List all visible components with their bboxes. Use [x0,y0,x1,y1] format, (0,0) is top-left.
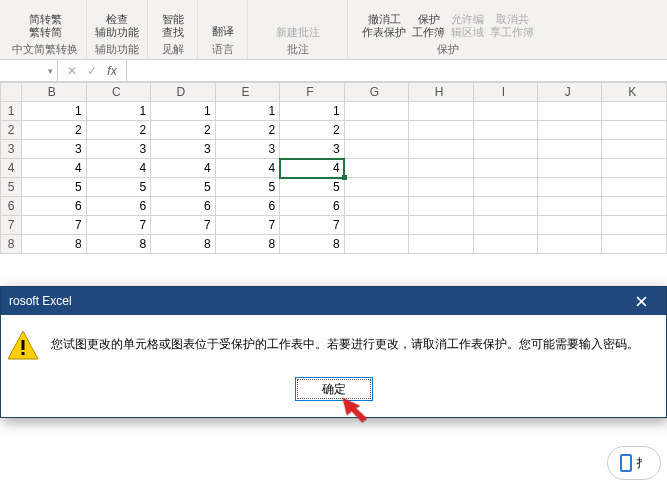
row-header[interactable]: 8 [1,235,22,254]
cell[interactable]: 6 [151,197,216,216]
ribbon-btn-check-accessibility[interactable]: 检查 辅助功能 [95,13,139,38]
cell[interactable]: 8 [215,235,280,254]
dialog-close-button[interactable] [624,290,658,312]
cell[interactable] [409,121,474,140]
cell[interactable]: 7 [151,216,216,235]
cell[interactable] [538,178,602,197]
cell[interactable] [344,216,409,235]
select-all-corner[interactable] [1,83,22,102]
cell[interactable]: 1 [22,102,87,121]
cell[interactable] [344,235,409,254]
cell[interactable] [602,102,667,121]
cell[interactable] [538,235,602,254]
cell[interactable]: 5 [280,178,344,197]
column-header[interactable]: H [409,83,474,102]
cell[interactable]: 1 [280,102,344,121]
cell[interactable]: 2 [86,121,151,140]
cell[interactable]: 1 [151,102,216,121]
cell[interactable]: 5 [86,178,151,197]
cell[interactable] [344,140,409,159]
column-header[interactable]: J [538,83,602,102]
cell[interactable] [602,121,667,140]
cell[interactable] [409,102,474,121]
cell[interactable] [473,102,537,121]
row-header[interactable]: 3 [1,140,22,159]
cell[interactable]: 6 [280,197,344,216]
cell[interactable]: 3 [151,140,216,159]
name-box-input[interactable] [4,64,46,78]
cell[interactable] [538,121,602,140]
cell[interactable]: 5 [22,178,87,197]
cell[interactable]: 1 [86,102,151,121]
column-header[interactable]: G [344,83,409,102]
cell[interactable]: 6 [215,197,280,216]
row-header[interactable]: 1 [1,102,22,121]
cell[interactable]: 2 [215,121,280,140]
row-header[interactable]: 6 [1,197,22,216]
cell[interactable] [602,235,667,254]
cell[interactable] [409,178,474,197]
cell[interactable]: 8 [280,235,344,254]
cell[interactable] [409,235,474,254]
cell[interactable] [473,140,537,159]
cell[interactable] [344,159,409,178]
fx-icon[interactable]: fx [104,64,120,78]
ribbon-btn-unprotect-sheet[interactable]: 撤消工 作表保护 [362,13,406,38]
cell[interactable] [602,197,667,216]
column-header[interactable]: C [86,83,151,102]
cell[interactable] [538,159,602,178]
formula-input[interactable] [133,64,661,78]
ribbon-btn-protect-workbook[interactable]: 保护 工作簿 [412,13,445,38]
cell[interactable] [473,178,537,197]
cell[interactable] [409,216,474,235]
cell[interactable]: 7 [215,216,280,235]
cell[interactable]: 6 [86,197,151,216]
ribbon-btn-smart-lookup[interactable]: 智能 查找 [162,13,184,38]
spreadsheet-grid[interactable]: BCDEFGHIJK111111222222333333444444555555… [0,82,667,254]
cell[interactable]: 3 [280,140,344,159]
column-header[interactable]: E [215,83,280,102]
cell[interactable]: 4 [86,159,151,178]
cell[interactable] [473,235,537,254]
cell[interactable] [409,197,474,216]
cell[interactable] [344,178,409,197]
column-header[interactable]: I [473,83,537,102]
cell[interactable]: 2 [22,121,87,140]
cell[interactable] [538,102,602,121]
cell[interactable] [473,121,537,140]
cell[interactable]: 8 [86,235,151,254]
ribbon-btn-zhconvert[interactable]: 简转繁 繁转简 [29,13,62,38]
cell[interactable]: 3 [86,140,151,159]
cell[interactable] [538,140,602,159]
cell[interactable]: 4 [151,159,216,178]
name-box-dropdown-icon[interactable]: ▾ [48,66,53,76]
cell[interactable]: 4 [280,159,344,178]
row-header[interactable]: 5 [1,178,22,197]
cell[interactable]: 3 [22,140,87,159]
cell[interactable]: 8 [151,235,216,254]
cell[interactable] [538,216,602,235]
cell[interactable]: 3 [215,140,280,159]
cell[interactable] [344,197,409,216]
ribbon-btn-translate[interactable]: 翻译 [212,25,234,38]
cell[interactable]: 7 [86,216,151,235]
cell[interactable] [409,159,474,178]
column-header[interactable]: F [280,83,344,102]
cell[interactable]: 2 [151,121,216,140]
cell[interactable] [473,216,537,235]
column-header[interactable]: K [602,83,667,102]
cell[interactable]: 2 [280,121,344,140]
cell[interactable]: 1 [215,102,280,121]
cell[interactable] [602,178,667,197]
cell[interactable] [602,140,667,159]
cell[interactable] [344,102,409,121]
cell[interactable] [602,159,667,178]
row-header[interactable]: 7 [1,216,22,235]
cell[interactable] [473,197,537,216]
cell[interactable]: 5 [215,178,280,197]
cell[interactable]: 8 [22,235,87,254]
cell[interactable]: 6 [22,197,87,216]
cell[interactable]: 7 [22,216,87,235]
cell[interactable] [409,140,474,159]
row-header[interactable]: 2 [1,121,22,140]
